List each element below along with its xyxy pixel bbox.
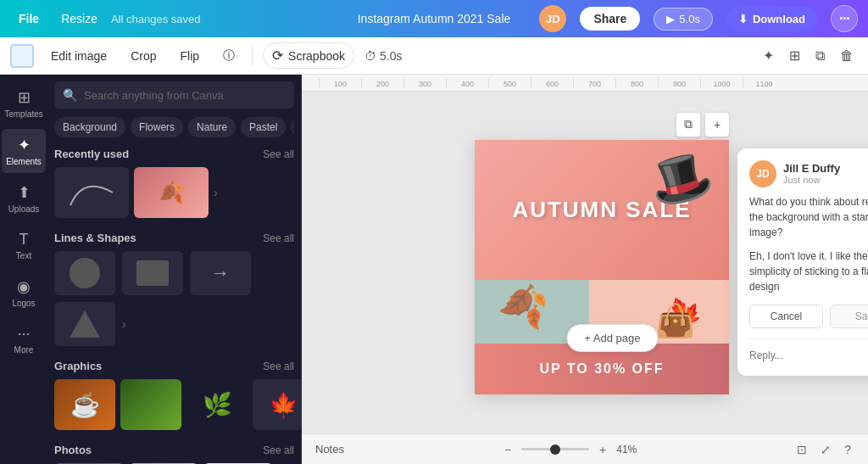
zoom-out-icon[interactable]: − (501, 439, 515, 460)
play-button[interactable]: ▶ 5.0s (654, 8, 713, 31)
lines-shapes-title: Lines & Shapes (54, 232, 136, 244)
wand-icon-button[interactable]: ✦ (759, 43, 778, 68)
filter-flowers[interactable]: Flowers (131, 117, 183, 137)
canvas-scroll: ⧉ + AUTUMN SALE 🎩 🍂 🍁 👜 (441, 131, 729, 394)
triangle-shape (70, 310, 100, 338)
sidebar-item-templates[interactable]: ⊞ Templates (2, 81, 46, 126)
bottom-bar: Notes − + 41% ⊡ ⤢ ? (302, 433, 868, 464)
canvas-wrapper: ⧉ + AUTUMN SALE 🎩 🍂 🍁 👜 (302, 92, 868, 433)
help-icon[interactable]: ? (841, 439, 854, 460)
left-nav: ⊞ Templates ✦ Elements ⬆ Uploads T Text … (0, 75, 47, 464)
photos-header: Photos See all (54, 444, 294, 456)
recent-row-arrow[interactable]: › (214, 186, 218, 199)
filter-pastel[interactable]: Pastel (241, 117, 286, 137)
canvas-copy-button[interactable]: ⧉ (676, 113, 700, 137)
info-button[interactable]: ⓘ (216, 45, 242, 67)
filter-background[interactable]: Background (54, 117, 125, 137)
scrapbook-icon: ⟳ (272, 48, 283, 64)
ruler-mark: 1100 (743, 78, 785, 88)
rect-shape (136, 260, 169, 286)
filter-nature[interactable]: Nature (188, 117, 236, 137)
resize-button[interactable]: Resize (61, 12, 97, 25)
comment-text-2: Eh, I don't love it. I like the simplici… (749, 249, 868, 294)
graphics-section: Graphics See all ☕ 🌿 🍁 › (54, 360, 294, 430)
photos-title: Photos (54, 444, 92, 456)
lines-shapes-section: Lines & Shapes See all → › (54, 232, 294, 346)
edit-image-button[interactable]: Edit image (44, 46, 114, 66)
graphic-wreath[interactable]: 🌿 (186, 379, 248, 430)
ruler-horizontal: 100 200 300 400 500 600 700 800 900 1000… (302, 75, 868, 92)
design-canvas[interactable]: ⧉ + AUTUMN SALE 🎩 🍂 🍁 👜 (475, 140, 729, 394)
lines-shapes-see-all[interactable]: See all (263, 232, 294, 244)
sidebar-item-logos[interactable]: ◉ Logos (2, 271, 46, 315)
ruler-mark: 1000 (700, 78, 743, 88)
top-bar: File Resize All changes saved Instagram … (0, 0, 868, 37)
crop-button[interactable]: Crop (124, 46, 163, 66)
sidebar-item-more[interactable]: ··· More (2, 318, 46, 361)
arrow-shape: → (211, 262, 230, 284)
instagram-design: AUTUMN SALE 🎩 🍂 🍁 👜 UP TO 30% OFF (475, 140, 729, 394)
copy-icon-button[interactable]: ⧉ (811, 43, 829, 68)
canvas-top-icons: ⧉ + (676, 113, 729, 137)
sidebar-item-elements[interactable]: ✦ Elements (2, 129, 46, 173)
search-input[interactable] (84, 89, 286, 102)
graphic-nature[interactable] (120, 379, 181, 430)
page-view-icon[interactable]: ⊡ (793, 439, 810, 460)
grid-icon-button[interactable]: ⊞ (785, 43, 804, 68)
recent-item-photo[interactable]: 🍂 (134, 167, 209, 218)
share-button[interactable]: Share (580, 7, 640, 31)
comment-cancel-button[interactable]: Cancel (749, 305, 823, 328)
graphics-header: Graphics See all (54, 360, 294, 372)
design-bag: 👜 (655, 302, 695, 339)
notes-label[interactable]: Notes (315, 443, 344, 456)
toolbar-right: ✦ ⊞ ⧉ 🗑 (759, 43, 858, 68)
ruler-mark: 900 (658, 78, 700, 88)
graphics-title: Graphics (54, 360, 102, 372)
recently-used-section: Recently used See all 🍂 › (54, 148, 294, 218)
shapes-row-arrow[interactable]: › (122, 317, 126, 331)
more-options-button[interactable]: ··· (831, 5, 858, 32)
photos-see-all[interactable]: See all (263, 444, 294, 456)
ruler-mark: 400 (446, 78, 488, 88)
scrapbook-button[interactable]: ⟳ Scrapbook (263, 42, 354, 69)
search-icon: 🔍 (63, 88, 77, 102)
flip-button[interactable]: Flip (174, 46, 207, 66)
user-avatar[interactable]: JD (539, 5, 566, 32)
shape-triangle[interactable] (54, 302, 115, 346)
zoom-slider[interactable] (521, 448, 589, 450)
zoom-in-icon[interactable]: + (596, 439, 609, 460)
zoom-thumb[interactable] (550, 444, 560, 455)
color-swatch[interactable] (10, 44, 34, 68)
recent-item-curve[interactable] (54, 167, 129, 218)
add-page-button[interactable]: + Add page (566, 324, 658, 352)
elements-panel: 🔍 Background Flowers Nature Pastel › Rec… (47, 75, 302, 464)
file-menu[interactable]: File (10, 8, 47, 29)
circle-shape (70, 258, 100, 288)
comment-save-button[interactable]: Save (830, 305, 868, 328)
graphic-coffee[interactable]: ☕ (54, 379, 115, 430)
uploads-icon: ⬆ (18, 183, 31, 202)
sidebar-item-uploads[interactable]: ⬆ Uploads (2, 176, 46, 221)
comment-avatar: JD (749, 160, 776, 187)
canvas-area: 100 200 300 400 500 600 700 800 900 1000… (302, 75, 868, 464)
fullscreen-icon[interactable]: ⤢ (817, 439, 834, 460)
delete-icon-button[interactable]: 🗑 (836, 43, 858, 68)
sidebar-item-text[interactable]: T Text (2, 224, 46, 267)
download-button[interactable]: ⬇ Download (726, 7, 817, 31)
graphic-leaf-red[interactable]: 🍁 (253, 379, 302, 430)
more-icon: ··· (17, 325, 30, 343)
comment-reply-input[interactable] (749, 349, 868, 361)
shape-rectangle[interactable] (122, 251, 183, 295)
play-icon: ▶ (666, 13, 675, 25)
comment-box: JD Jill E Duffy Just now ✓ ··· What do y… (737, 148, 868, 376)
ruler-mark: 700 (573, 78, 615, 88)
ruler-mark: 500 (488, 78, 531, 88)
text-icon: T (19, 231, 29, 249)
filter-next-button[interactable]: › (291, 117, 294, 137)
shape-circle[interactable] (54, 251, 115, 295)
time-button[interactable]: ⏱ 5.0s (364, 49, 402, 63)
recently-used-see-all[interactable]: See all (263, 148, 294, 160)
graphics-see-all[interactable]: See all (263, 361, 294, 372)
canvas-add-button[interactable]: + (705, 113, 729, 137)
shape-arrow[interactable]: → (190, 251, 251, 295)
